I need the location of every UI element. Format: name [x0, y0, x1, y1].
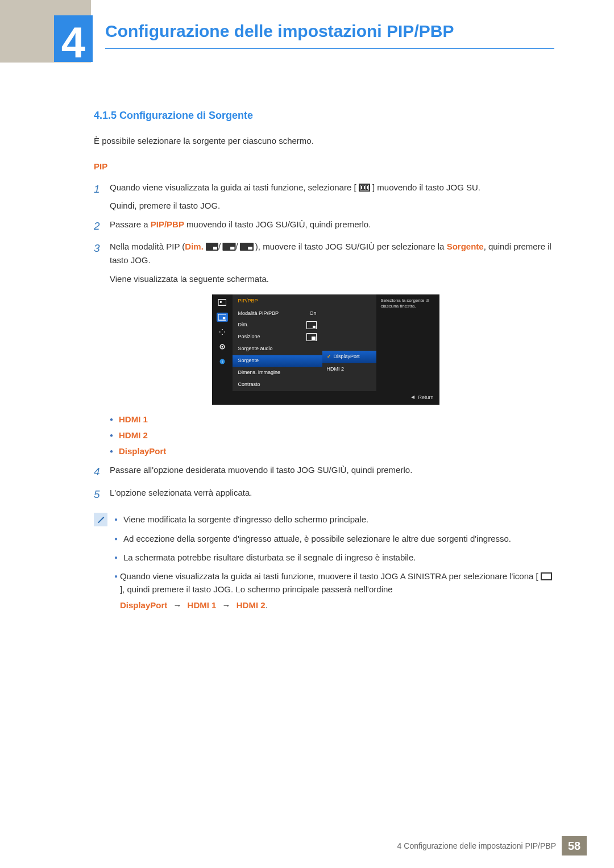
osd-row-mod-val: On: [309, 310, 316, 318]
chapter-title: Configurazione delle impostazioni PIP/PB…: [105, 22, 454, 41]
footer-label: 4 Configurazione delle impostazioni PIP/…: [397, 841, 556, 850]
seq-dp: DisplayPort: [120, 600, 167, 610]
chapter-underline: [105, 48, 554, 49]
osd-row-contrasto: Contrasto: [238, 381, 260, 389]
seq-h1: HDMI 1: [188, 600, 217, 610]
step-2: 2 Passare a PIP/PBP muovendo il tasto JO…: [94, 218, 557, 234]
source-options-list: ●HDMI 1 ●HDMI 2 ●DisplayPort: [110, 413, 557, 458]
source-hdmi2: HDMI 2: [119, 429, 148, 442]
osd-row-pos: Posizione: [238, 333, 260, 341]
chapter-number-box: 4: [54, 15, 93, 62]
svg-rect-3: [222, 317, 225, 319]
chapter-header: 4 Configurazione delle impostazioni PIP/…: [0, 0, 614, 63]
osd-sidebar-info-icon: i: [217, 357, 228, 366]
step-1: 1 Quando viene visualizzata la guida ai …: [94, 181, 557, 212]
step4-text: Passare all'opzione desiderata muovendo …: [110, 463, 557, 480]
step-5: 5 L'opzione selezionata verrà applicata.: [94, 486, 557, 502]
step1-text-b: ] muovendo il tasto JOG SU.: [372, 182, 480, 192]
step3-dim: Dim.: [185, 242, 204, 251]
step1-text-a: Quando viene visualizzata la guida ai ta…: [110, 182, 356, 192]
osd-sub-dp: DisplayPort: [334, 353, 360, 361]
osd-row-sorgente: Sorgente: [238, 357, 259, 365]
osd-sidebar-pip-icon: [217, 313, 228, 322]
note-icon: [94, 513, 107, 526]
menu-grid-icon: [359, 184, 370, 192]
source-hdmi1: HDMI 1: [119, 413, 148, 426]
osd-tooltip: Seleziona la sorgente di ciascuna finest…: [376, 294, 439, 391]
step3-text-a: Nella modalità PIP (: [110, 242, 185, 251]
step2-text-a: Passare a: [110, 219, 151, 229]
section-intro: È possibile selezionare la sorgente per …: [94, 134, 557, 147]
osd-sidebar: i: [212, 294, 233, 391]
page-number: 58: [562, 836, 587, 855]
step1-text-c: Quindi, premere il tasto JOG.: [110, 199, 557, 212]
step2-text-b: muovendo il tasto JOG SU/GIÙ, quindi pre…: [184, 219, 371, 229]
step-number: 5: [94, 486, 110, 502]
osd-row-mod: Modalità PIP/PBP: [238, 310, 279, 318]
osd-menu-header: PIP/PBP: [233, 294, 376, 308]
step3-text-b: ), muovere il tasto JOG SU/GIÙ per selez…: [255, 242, 447, 251]
step5-text: L'opzione selezionata verrà applicata.: [110, 486, 557, 502]
note-2: Ad eccezione della sorgente d'ingresso a…: [123, 532, 511, 545]
svg-rect-0: [218, 300, 226, 306]
step2-pippbp: PIP/PBP: [151, 219, 184, 229]
step-number: 3: [94, 240, 110, 285]
section-heading: 4.1.5 Configurazione di Sorgente: [94, 108, 557, 124]
seq-h2: HDMI 2: [237, 600, 265, 610]
chapter-number: 4: [61, 21, 85, 64]
step-number: 1: [94, 181, 110, 212]
step-3: 3 Nella modalità PIP (Dim. / / ), muover…: [94, 240, 557, 285]
pip-pos-icon: [306, 333, 317, 341]
step-number: 4: [94, 463, 110, 480]
osd-sidebar-move-icon: [217, 327, 228, 337]
return-triangle-icon: ◀: [411, 394, 414, 401]
note-3: La schermata potrebbe risultare disturba…: [123, 551, 416, 564]
svg-point-1: [219, 301, 222, 303]
osd-menu-screenshot: i PIP/PBP Modalità PIP/PBPOn Dim. Posizi…: [212, 294, 439, 405]
note-block: ●Viene modificata la sorgente d'ingresso…: [94, 513, 557, 617]
page-footer: 4 Configurazione delle impostazioni PIP/…: [397, 836, 587, 855]
check-icon: ✓: [327, 353, 331, 361]
svg-point-5: [221, 346, 223, 348]
note-4b: ], quindi premere il tasto JOG. Lo scher…: [120, 584, 393, 594]
osd-sidebar-picture-icon: [217, 298, 228, 307]
osd-return-label: Return: [418, 394, 433, 402]
osd-row-dimens: Dimens. immagine: [238, 369, 281, 377]
pip-size-med-icon: [223, 243, 236, 251]
step-4: 4 Passare all'opzione desiderata muovend…: [94, 463, 557, 480]
note-1: Viene modificata la sorgente d'ingresso …: [123, 513, 368, 526]
step3-text-d: Viene visualizzata la seguente schermata…: [110, 272, 557, 285]
osd-menu-list: PIP/PBP Modalità PIP/PBPOn Dim. Posizion…: [233, 294, 376, 391]
osd-row-audio: Sorgente audio: [238, 345, 273, 353]
pip-dim-icon: [306, 321, 317, 329]
osd-sidebar-settings-icon: [217, 342, 228, 351]
source-rect-icon: [541, 572, 552, 580]
osd-row-dim: Dim.: [238, 321, 249, 329]
step-number: 2: [94, 218, 110, 234]
pip-size-small-icon: [206, 243, 218, 251]
pip-subheading: PIP: [94, 160, 557, 173]
osd-submenu: ✓DisplayPort HDMI 2: [322, 351, 376, 376]
osd-footer: ◀ Return: [212, 391, 439, 405]
pip-size-large-icon: [240, 243, 254, 251]
note-4a: Quando viene visualizzata la guida ai ta…: [120, 571, 538, 581]
step3-sorgente: Sorgente: [447, 242, 484, 251]
osd-sub-hdmi2: HDMI 2: [327, 366, 345, 373]
arrow-icon: →: [222, 599, 231, 612]
source-displayport: DisplayPort: [119, 445, 166, 458]
arrow-icon: →: [173, 599, 181, 612]
